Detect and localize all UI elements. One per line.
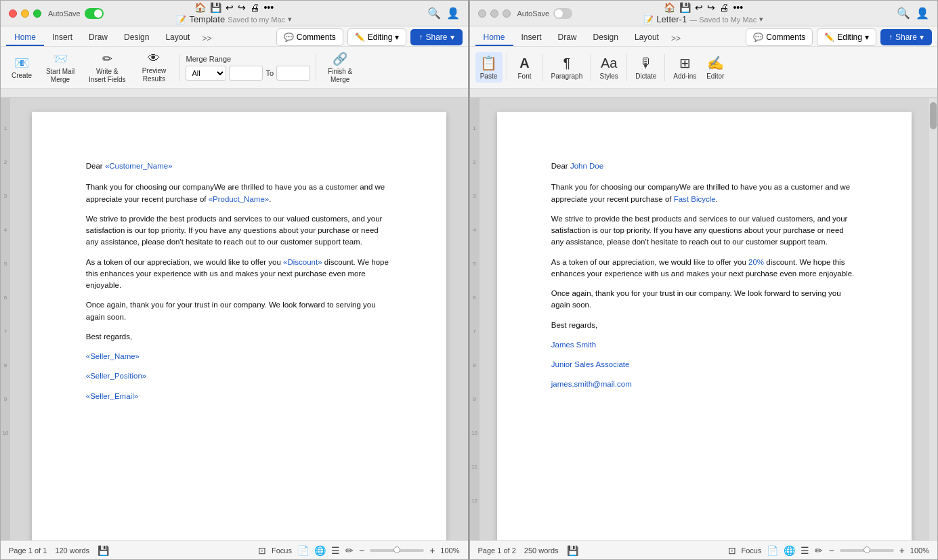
- left-view-icon3[interactable]: ☰: [331, 545, 340, 556]
- preview-results-button[interactable]: 👁 PreviewResults: [133, 49, 174, 86]
- right-window-subtitle: — Saved to My Mac: [689, 16, 756, 24]
- left-zoom-slider[interactable]: [370, 549, 424, 552]
- editing-button-left[interactable]: ✏️ Editing ▾: [347, 28, 407, 46]
- tab-layout-left[interactable]: Layout: [157, 30, 198, 46]
- right-more-icon[interactable]: •••: [733, 2, 743, 13]
- paste-icon: 📋: [480, 55, 497, 71]
- right-zoom-minus[interactable]: −: [828, 545, 834, 556]
- close-button[interactable]: [9, 9, 17, 18]
- right-zoom-slider[interactable]: [840, 549, 894, 552]
- right-seller-name: James Smith: [551, 339, 857, 351]
- right-save-icon: 💾: [679, 2, 691, 13]
- add-ins-button[interactable]: ⊞ Add-ins: [669, 52, 700, 83]
- maximize-button[interactable]: [33, 9, 41, 18]
- left-titlebar-right: 🔍 👤: [427, 7, 460, 20]
- right-maximize-button[interactable]: [503, 9, 511, 18]
- tab-home-left[interactable]: Home: [6, 30, 44, 46]
- discount-field: «Discount»: [283, 258, 322, 266]
- left-para1: Thank you for choosing our companyWe are…: [86, 181, 392, 205]
- tab-design-right[interactable]: Design: [585, 30, 626, 46]
- left-view-icon4[interactable]: ✏: [345, 545, 354, 556]
- left-focus-icon[interactable]: ⊡: [258, 545, 266, 556]
- right-greeting: Dear John Doe: [551, 160, 857, 172]
- autosave-toggle[interactable]: [85, 8, 104, 19]
- write-insert-button[interactable]: ✏ Write &Insert Fields: [83, 49, 131, 87]
- tab-layout-right[interactable]: Layout: [626, 30, 667, 46]
- paste-button[interactable]: 📋 Paste: [475, 52, 503, 83]
- comments-button-right[interactable]: 💬 Comments: [746, 28, 813, 46]
- tab-more-left[interactable]: >>: [198, 31, 215, 46]
- merge-to-input[interactable]: [276, 66, 310, 81]
- left-search-icon[interactable]: 🔍: [427, 7, 441, 20]
- right-view-icon4[interactable]: ✏: [815, 545, 823, 556]
- right-zoom-plus[interactable]: +: [899, 545, 905, 556]
- right-view-icon1[interactable]: 📄: [767, 545, 778, 556]
- right-customer-name-field: John Doe: [570, 162, 603, 170]
- right-undo-icon[interactable]: ↩: [695, 2, 703, 13]
- editor-button[interactable]: ✍ Editor: [702, 52, 729, 83]
- left-view-icon1[interactable]: 📄: [297, 545, 309, 556]
- merge-from-input[interactable]: [229, 66, 263, 81]
- start-mail-merge-button[interactable]: 📨 Start MailMerge: [40, 49, 81, 87]
- left-titlebar-center: 🏠 💾 ↩ ↪ 🖨 ••• 📝 Template Saved to my Mac…: [176, 2, 292, 24]
- left-doc-area: 1 2 3 4 5 6 7 8 9 10 Dear «Customer_Name…: [1, 98, 468, 540]
- right-product-field: Fast Bicycle: [674, 195, 716, 203]
- right-close-button[interactable]: [478, 9, 486, 18]
- left-ribbon-toolbar: 📧 Create 📨 Start MailMerge ✏ Write &Inse…: [1, 47, 468, 89]
- left-zoom-minus[interactable]: −: [359, 545, 364, 556]
- right-print-icon[interactable]: 🖨: [719, 2, 729, 13]
- scrollbar-thumb[interactable]: [930, 102, 937, 129]
- editing-button-right[interactable]: ✏️ Editing ▾: [817, 28, 876, 46]
- right-search-icon[interactable]: 🔍: [897, 7, 910, 20]
- merge-range-select[interactable]: All: [186, 66, 226, 81]
- tab-more-right[interactable]: >>: [667, 31, 685, 46]
- create-button[interactable]: 📧 Create: [6, 53, 37, 82]
- right-doc-area: 1 2 3 4 5 6 7 8 9 10 11 12 Dear John Doe…: [470, 98, 938, 540]
- right-scrollbar[interactable]: [929, 98, 937, 540]
- right-title-chevron-icon[interactable]: ▾: [759, 15, 763, 24]
- share-button-left[interactable]: ↑ Share ▾: [410, 29, 462, 45]
- right-view-icon2[interactable]: 🌐: [784, 545, 795, 556]
- finish-merge-button[interactable]: 🔗 Finish &Merge: [322, 49, 358, 87]
- right-sep-2: [542, 54, 543, 81]
- left-zoom-plus[interactable]: +: [429, 545, 435, 556]
- right-minimize-button[interactable]: [490, 9, 498, 18]
- dictate-button[interactable]: 🎙 Dictate: [631, 53, 660, 83]
- right-person-icon[interactable]: 👤: [916, 7, 929, 20]
- left-focus-label[interactable]: Focus: [272, 546, 292, 555]
- tab-insert-left[interactable]: Insert: [44, 30, 81, 46]
- styles-button[interactable]: Aa Styles: [595, 53, 622, 83]
- left-view-icon2[interactable]: 🌐: [314, 545, 326, 556]
- more-icon[interactable]: •••: [263, 2, 274, 13]
- share-button-right[interactable]: ↑ Share ▾: [880, 29, 932, 45]
- redo-icon[interactable]: ↪: [238, 2, 246, 13]
- right-autosave-toggle[interactable]: [553, 8, 572, 19]
- right-redo-icon[interactable]: ↪: [707, 2, 715, 13]
- undo-icon[interactable]: ↩: [226, 2, 234, 13]
- left-page[interactable]: Dear «Customer_Name» Thank you for choos…: [32, 112, 446, 540]
- left-person-icon[interactable]: 👤: [446, 7, 460, 20]
- right-page-info: Page 1 of 2: [478, 546, 516, 555]
- right-titlebar: AutoSave 🏠 💾 ↩ ↪ 🖨 ••• 📝 Letter-1 — Save…: [470, 1, 938, 26]
- right-view-icon3[interactable]: ☰: [801, 545, 809, 556]
- right-zoom-percent: 100%: [910, 546, 929, 555]
- print-icon[interactable]: 🖨: [250, 2, 259, 13]
- tab-draw-left[interactable]: Draw: [81, 30, 116, 46]
- paragraph-button[interactable]: ¶ Paragraph: [547, 53, 587, 83]
- left-letter-text: Dear «Customer_Name» Thank you for choos…: [86, 160, 392, 402]
- minimize-button[interactable]: [21, 9, 29, 18]
- tab-design-left[interactable]: Design: [116, 30, 157, 46]
- tab-draw-right[interactable]: Draw: [550, 30, 585, 46]
- title-chevron-icon[interactable]: ▾: [288, 15, 292, 24]
- left-statusbar: Page 1 of 1 120 words 💾 ⊡ Focus 📄 🌐 ☰ ✏ …: [1, 540, 468, 559]
- customer-name-field: «Customer_Name»: [105, 162, 173, 170]
- right-focus-icon[interactable]: ⊡: [728, 545, 736, 556]
- right-titlebar-right: 🔍 👤: [897, 7, 929, 20]
- right-editing-chevron: ▾: [865, 33, 869, 42]
- font-button[interactable]: A Font: [511, 53, 538, 83]
- right-focus-label[interactable]: Focus: [742, 546, 762, 555]
- tab-insert-right[interactable]: Insert: [513, 30, 550, 46]
- tab-home-right[interactable]: Home: [475, 30, 513, 46]
- right-page[interactable]: Dear John Doe Thank you for choosing our…: [497, 112, 912, 540]
- comments-button-left[interactable]: 💬 Comments: [276, 28, 343, 46]
